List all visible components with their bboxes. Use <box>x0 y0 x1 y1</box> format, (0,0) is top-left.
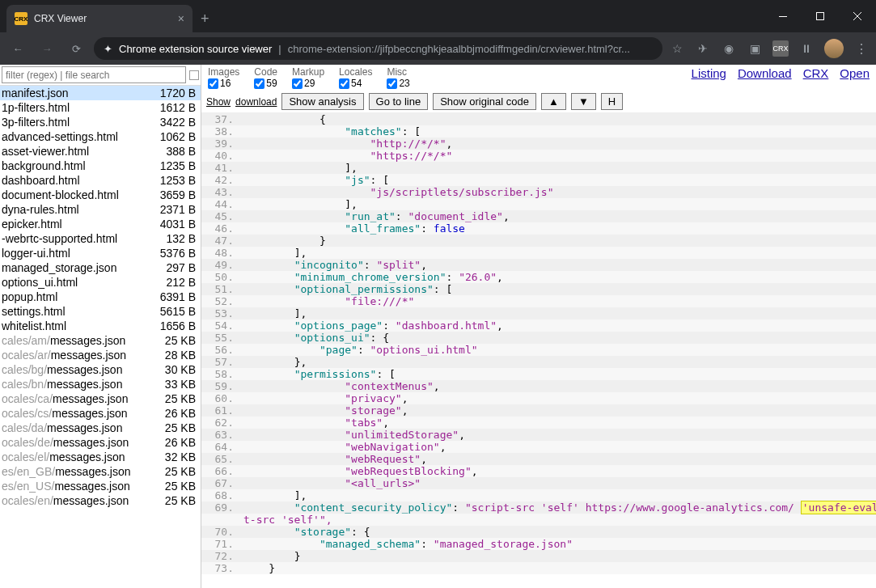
open-link[interactable]: Open <box>840 66 870 80</box>
file-row[interactable]: ocales/el/messages.json32 KB <box>0 450 201 464</box>
line-number: 65. <box>201 453 243 465</box>
code-line: 54. "options_page": "dashboard.html", <box>201 319 876 332</box>
file-row[interactable]: cales/da/messages.json25 KB <box>0 421 201 435</box>
download-file-link[interactable]: download <box>235 96 277 108</box>
file-name: cales/am/messages.json <box>2 334 125 347</box>
shield-icon[interactable]: ◉ <box>721 40 737 57</box>
file-row[interactable]: es/en_US/messages.json25 KB <box>0 479 201 493</box>
file-row[interactable]: ocales/cs/messages.json26 KB <box>0 406 201 421</box>
code-line: 64. "webNavigation", <box>201 441 876 453</box>
prev-button[interactable]: ▲ <box>541 93 566 110</box>
file-row[interactable]: cales/am/messages.json25 KB <box>0 333 201 348</box>
crx-icon[interactable]: CRX <box>772 40 789 57</box>
file-size: 33 KB <box>159 378 196 391</box>
file-row[interactable]: dyna-rules.html2371 B <box>0 202 201 217</box>
file-size: 3422 B <box>154 116 196 129</box>
code-text: "all_frames": false <box>243 222 876 235</box>
file-row[interactable]: ocales/ca/messages.json25 KB <box>0 391 201 406</box>
file-search-input[interactable] <box>2 66 186 83</box>
listing-link[interactable]: Listing <box>692 66 726 80</box>
bookmark-icon[interactable]: ☆ <box>669 40 685 57</box>
file-row[interactable]: whitelist.html1656 B <box>0 319 201 333</box>
tab-close-button[interactable]: × <box>178 12 184 25</box>
markup-checkbox[interactable] <box>292 78 303 89</box>
file-row[interactable]: cales/bn/messages.json33 KB <box>0 377 201 391</box>
go-to-line-button[interactable]: Go to line <box>369 93 429 110</box>
stat-code: Code 59 <box>254 66 277 89</box>
show-original-button[interactable]: Show original code <box>433 93 536 110</box>
file-row[interactable]: ocales/ar/messages.json28 KB <box>0 348 201 362</box>
line-number: 68. <box>201 489 243 501</box>
minimize-button[interactable] <box>764 0 802 32</box>
file-row[interactable]: -webrtc-supported.html132 B <box>0 231 201 246</box>
plane-icon[interactable]: ✈ <box>695 40 711 57</box>
stat-count: 54 <box>351 78 362 89</box>
close-window-button[interactable] <box>839 0 876 32</box>
file-row[interactable]: managed_storage.json297 B <box>0 260 201 275</box>
file-row[interactable]: settings.html5615 B <box>0 304 201 319</box>
tab-title: CRX Viewer <box>34 13 171 24</box>
file-row[interactable]: epicker.html4031 B <box>0 217 201 231</box>
file-row[interactable]: options_ui.html212 B <box>0 275 201 290</box>
code-line-wrap: t-src 'self'", <box>201 514 876 526</box>
file-row[interactable]: advanced-settings.html1062 B <box>0 129 201 144</box>
images-checkbox[interactable] <box>208 78 218 89</box>
address-bar[interactable]: ✦ Chrome extension source viewer | chrom… <box>94 37 662 60</box>
next-button[interactable]: ▼ <box>571 93 596 110</box>
file-row[interactable]: cales/bg/messages.json30 KB <box>0 362 201 377</box>
maximize-button[interactable] <box>802 0 839 32</box>
download-link[interactable]: Download <box>738 66 792 80</box>
back-button[interactable]: ← <box>6 37 29 60</box>
file-name: es/en_GB/messages.json <box>2 465 131 478</box>
menu-button[interactable]: ⋮ <box>853 40 870 57</box>
box-icon[interactable]: ▣ <box>747 40 763 57</box>
file-row[interactable]: manifest.json1720 B <box>0 86 201 100</box>
show-link[interactable]: Show <box>206 96 231 108</box>
file-row[interactable]: background.html1235 B <box>0 159 201 173</box>
file-size: 1062 B <box>154 130 196 143</box>
file-size: 1253 B <box>154 174 196 187</box>
file-row[interactable]: 3p-filters.html3422 B <box>0 115 201 129</box>
file-row[interactable]: ocales/de/messages.json26 KB <box>0 435 201 450</box>
search-row <box>0 65 201 86</box>
code-text: "privacy", <box>243 392 876 404</box>
browser-tab[interactable]: CRX CRX Viewer × <box>6 5 193 32</box>
misc-checkbox[interactable] <box>387 78 397 89</box>
pause-icon[interactable]: ⏸ <box>798 40 815 57</box>
line-number: 52. <box>201 295 243 307</box>
line-number: 55. <box>201 332 243 344</box>
code-checkbox[interactable] <box>254 78 264 89</box>
line-number: 38. <box>201 125 243 137</box>
code-text: "http://*/*", <box>243 137 876 150</box>
code-line: 52. "file:///*" <box>201 295 876 307</box>
file-row[interactable]: 1p-filters.html1612 B <box>0 100 201 115</box>
file-size: 26 KB <box>159 436 196 449</box>
new-tab-button[interactable]: + <box>201 11 209 27</box>
code-line: 51. "optional_permissions": [ <box>201 283 876 295</box>
line-number: 70. <box>201 526 243 538</box>
file-size: 212 B <box>159 276 196 289</box>
show-analysis-button[interactable]: Show analysis <box>281 93 363 110</box>
file-row[interactable]: asset-viewer.html388 B <box>0 144 201 159</box>
file-row[interactable]: popup.html6391 B <box>0 290 201 304</box>
code-text: "managed_schema": "managed_storage.json" <box>243 538 876 550</box>
reload-button[interactable]: ⟳ <box>65 37 87 60</box>
crx-link[interactable]: CRX <box>803 66 829 80</box>
profile-avatar[interactable] <box>824 39 844 58</box>
code-line: 47. } <box>201 235 876 247</box>
file-row[interactable]: ocales/en/messages.json25 KB <box>0 493 201 508</box>
locales-checkbox[interactable] <box>339 78 349 89</box>
search-toggle[interactable] <box>189 70 199 80</box>
file-list[interactable]: manifest.json1720 B1p-filters.html1612 B… <box>0 86 201 588</box>
file-row[interactable]: logger-ui.html5376 B <box>0 246 201 260</box>
code-viewer[interactable]: 37. {38. "matches": [39. "http://*/*",40… <box>201 113 876 588</box>
file-size: 5376 B <box>154 247 196 260</box>
forward-button[interactable]: → <box>36 37 58 60</box>
stat-label: Locales <box>339 66 372 78</box>
file-row[interactable]: dashboard.html1253 B <box>0 173 201 188</box>
h-button[interactable]: H <box>601 93 623 110</box>
file-row[interactable]: document-blocked.html3659 B <box>0 188 201 202</box>
line-number: 41. <box>201 162 243 174</box>
file-row[interactable]: es/en_GB/messages.json25 KB <box>0 464 201 479</box>
line-number: 54. <box>201 319 243 332</box>
